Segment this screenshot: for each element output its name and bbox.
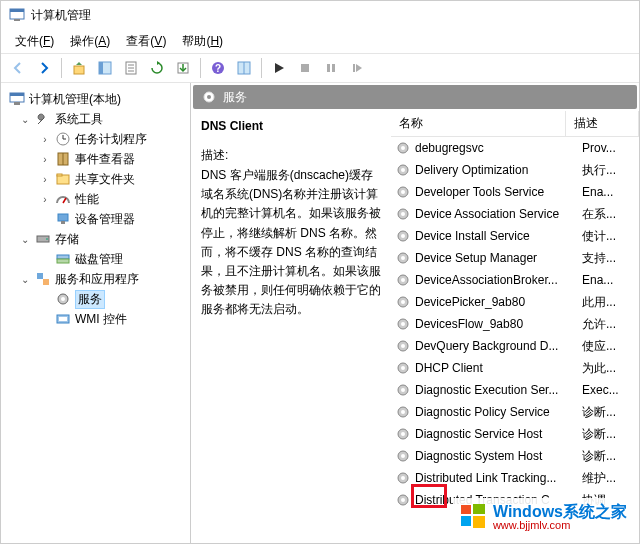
svg-point-64: [401, 344, 405, 348]
separator: [200, 58, 201, 78]
svg-point-62: [401, 322, 405, 326]
shared-folder-icon: [55, 171, 71, 187]
tree-task-scheduler[interactable]: › 任务计划程序: [5, 129, 186, 149]
device-icon: [55, 211, 71, 227]
extended-view-button[interactable]: [232, 56, 256, 80]
svg-point-76: [401, 476, 405, 480]
refresh-button[interactable]: [145, 56, 169, 80]
properties-button[interactable]: [119, 56, 143, 80]
tree-performance[interactable]: › 性能: [5, 189, 186, 209]
svg-rect-82: [473, 516, 485, 528]
gear-icon: [395, 360, 411, 376]
service-row[interactable]: Delivery Optimization执行...: [391, 159, 639, 181]
gear-icon: [395, 382, 411, 398]
wrench-icon: [35, 111, 51, 127]
tree-wmi[interactable]: WMI 控件: [5, 309, 186, 329]
tree-label: 磁盘管理: [75, 251, 123, 268]
svg-point-56: [401, 256, 405, 260]
gear-icon: [395, 162, 411, 178]
svg-point-52: [401, 212, 405, 216]
tree-disk-management[interactable]: 磁盘管理: [5, 249, 186, 269]
svg-rect-21: [10, 93, 24, 96]
collapse-icon[interactable]: ⌄: [19, 114, 31, 125]
detail-body: DNS Client 描述: DNS 客户端服务(dnscache)缓存域名系统…: [191, 111, 639, 543]
expand-icon[interactable]: ›: [39, 194, 51, 205]
svg-point-34: [46, 238, 48, 240]
tree-system-tools[interactable]: ⌄ 系统工具: [5, 109, 186, 129]
svg-rect-37: [37, 273, 43, 279]
gear-icon: [395, 316, 411, 332]
service-row[interactable]: Device Setup Manager支持...: [391, 247, 639, 269]
export-button[interactable]: [171, 56, 195, 80]
collapse-icon[interactable]: ⌄: [19, 234, 31, 245]
show-hide-tree-button[interactable]: [93, 56, 117, 80]
tree-storage[interactable]: ⌄ 存储: [5, 229, 186, 249]
tree-shared-folders[interactable]: › 共享文件夹: [5, 169, 186, 189]
menu-help[interactable]: 帮助(H): [174, 31, 231, 52]
gear-icon: [395, 250, 411, 266]
gauge-icon: [55, 191, 71, 207]
service-row[interactable]: DevQuery Background D...使应...: [391, 335, 639, 357]
tree-label: 任务计划程序: [75, 131, 147, 148]
service-name: debugregsvc: [415, 141, 582, 155]
description-label: 描述:: [201, 147, 381, 164]
pause-button[interactable]: [319, 56, 343, 80]
expand-icon[interactable]: ›: [39, 174, 51, 185]
svg-point-68: [401, 388, 405, 392]
service-row[interactable]: Diagnostic Execution Ser...Exec...: [391, 379, 639, 401]
service-name: DevicesFlow_9ab80: [415, 317, 582, 331]
tree-services-apps[interactable]: ⌄ 服务和应用程序: [5, 269, 186, 289]
service-name: Distributed Link Tracking...: [415, 471, 582, 485]
service-row[interactable]: Diagnostic System Host诊断...: [391, 445, 639, 467]
service-row[interactable]: DeviceAssociationBroker...Ena...: [391, 269, 639, 291]
service-row[interactable]: DevicesFlow_9ab80允许...: [391, 313, 639, 335]
description-text: DNS 客户端服务(dnscache)缓存域名系统(DNS)名称并注册该计算机的…: [201, 166, 381, 320]
service-desc: 执行...: [582, 162, 635, 179]
service-row[interactable]: DHCP Client为此...: [391, 357, 639, 379]
menu-file[interactable]: 文件(F): [7, 31, 62, 52]
service-name: Device Install Service: [415, 229, 582, 243]
restart-button[interactable]: [345, 56, 369, 80]
tree-event-viewer[interactable]: › 事件查看器: [5, 149, 186, 169]
service-row[interactable]: Device Association Service在系...: [391, 203, 639, 225]
tree-services[interactable]: 服务: [5, 289, 186, 309]
expand-icon[interactable]: ›: [39, 134, 51, 145]
gear-icon: [395, 206, 411, 222]
computer-management-window: 计算机管理 文件(F) 操作(A) 查看(V) 帮助(H) ? 计算机管理(本地…: [0, 0, 640, 544]
column-desc[interactable]: 描述: [566, 111, 639, 136]
service-row[interactable]: Developer Tools ServiceEna...: [391, 181, 639, 203]
collapse-icon[interactable]: ⌄: [19, 274, 31, 285]
menu-action[interactable]: 操作(A): [62, 31, 118, 52]
forward-button[interactable]: [32, 56, 56, 80]
stop-button[interactable]: [293, 56, 317, 80]
service-row[interactable]: DevicePicker_9ab80此用...: [391, 291, 639, 313]
service-row[interactable]: Diagnostic Service Host诊断...: [391, 423, 639, 445]
tree-root[interactable]: 计算机管理(本地): [5, 89, 186, 109]
windows-logo-icon: [459, 502, 487, 533]
service-desc: 诊断...: [582, 404, 635, 421]
tree-label: 事件查看器: [75, 151, 135, 168]
service-name: Diagnostic Policy Service: [415, 405, 582, 419]
back-button[interactable]: [6, 56, 30, 80]
svg-point-78: [401, 498, 405, 502]
service-row[interactable]: debugregsvcProv...: [391, 137, 639, 159]
storage-icon: [35, 231, 51, 247]
column-name[interactable]: 名称: [391, 111, 566, 136]
clock-icon: [55, 131, 71, 147]
tree-label: 服务和应用程序: [55, 271, 139, 288]
svg-point-50: [401, 190, 405, 194]
service-row[interactable]: Diagnostic Policy Service诊断...: [391, 401, 639, 423]
expand-icon[interactable]: ›: [39, 154, 51, 165]
start-button[interactable]: [267, 56, 291, 80]
up-button[interactable]: [67, 56, 91, 80]
menu-view[interactable]: 查看(V): [118, 31, 174, 52]
svg-point-46: [401, 146, 405, 150]
gear-icon: [201, 89, 217, 105]
tree-device-manager[interactable]: 设备管理器: [5, 209, 186, 229]
service-row[interactable]: Device Install Service使计...: [391, 225, 639, 247]
help-button[interactable]: ?: [206, 56, 230, 80]
toolbar: ?: [1, 53, 639, 83]
service-desc: 使计...: [582, 228, 635, 245]
watermark-title: Windows系统之家: [493, 504, 627, 520]
service-desc: 此用...: [582, 294, 635, 311]
